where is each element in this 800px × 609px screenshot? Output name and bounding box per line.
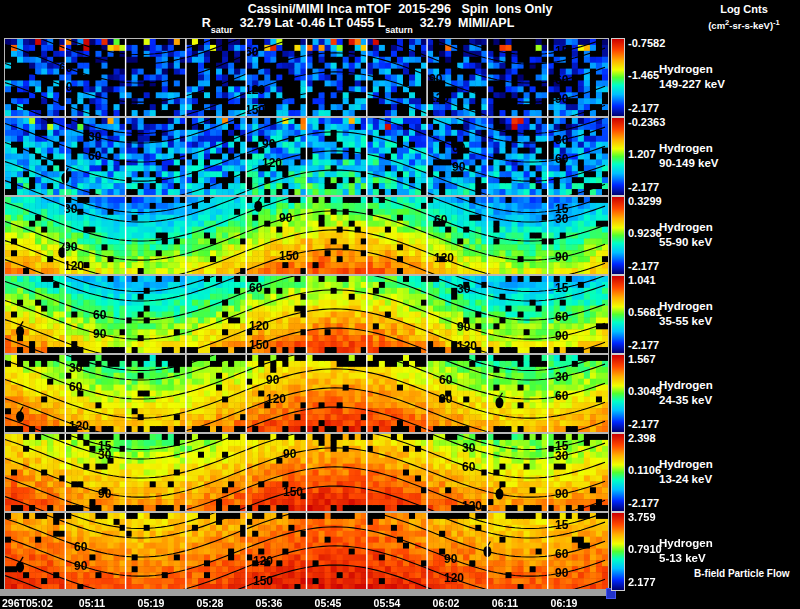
colorbar-5 (611, 354, 625, 433)
colorbar-tick-max-3: 0.3299 (628, 195, 692, 207)
time-tick-label-9: 06:19 (534, 597, 594, 609)
spectrogram-panel-4 (4, 275, 609, 354)
spectrogram-canvas-4 (5, 276, 608, 353)
energy-label: 55-90 keV (659, 235, 789, 250)
panel-label-6: Hydrogen13-24 keV (659, 457, 789, 487)
species-label: Hydrogen (659, 457, 789, 472)
colorbar-tick-min-2: -2.177 (628, 181, 692, 193)
time-tick-label-6: 05:54 (357, 597, 417, 609)
panel-label-7: Hydrogen5-13 keV (659, 536, 789, 566)
colorbar-tick-min-5: -2.177 (628, 418, 692, 430)
time-axis-bar (0, 589, 606, 596)
spectrogram-panel-5 (4, 354, 609, 433)
spectrogram-panel-3 (4, 196, 609, 275)
colorbar-tick-max-1: -0.7582 (628, 37, 692, 49)
panel-label-2: Hydrogen90-149 keV (659, 141, 789, 171)
spectrogram-canvas-2 (5, 118, 608, 195)
colorbar-tick-max-6: 2.398 (628, 432, 692, 444)
plot-subtitle: Rsatur 32.79 Lat -0.46 LT 0455 Lsaturn 3… (0, 16, 716, 35)
l-subscript: saturn (385, 25, 413, 35)
panel-label-4: Hydrogen35-55 keV (659, 299, 789, 329)
spectrogram-panel-6 (4, 433, 609, 512)
colorbar-tick-max-5: 1.567 (628, 353, 692, 365)
plot-title: Cassini/MIMI Inca mTOF 2015-296 Spin Ion… (0, 2, 800, 16)
spectrogram-panel-2 (4, 117, 609, 196)
time-tick-label-1: 05:11 (62, 597, 122, 609)
species-label: Hydrogen (659, 299, 789, 314)
colorbar-6 (611, 433, 625, 512)
colorbar-tick-max-7: 3.759 (628, 511, 692, 523)
time-tick-label-3: 05:28 (180, 597, 240, 609)
panel-label-3: Hydrogen55-90 keV (659, 220, 789, 250)
energy-label: 90-149 keV (659, 156, 789, 171)
species-label: Hydrogen (659, 220, 789, 235)
colorbar-tick-max-2: -0.2363 (628, 116, 692, 128)
species-label: Hydrogen (659, 62, 789, 77)
energy-label: 13-24 keV (659, 472, 789, 487)
colorbar-tick-max-4: 1.041 (628, 274, 692, 286)
energy-label: 5-13 keV (659, 551, 789, 566)
spectrogram-canvas-5 (5, 355, 608, 432)
r-label: R (202, 16, 211, 30)
colorbar-4 (611, 275, 625, 354)
panel-label-1: Hydrogen149-227 keV (659, 62, 789, 92)
time-tick-label-8: 06:11 (475, 597, 535, 609)
bfield-flow-label: B-field Particle Flow (694, 568, 790, 579)
energy-label: 35-55 keV (659, 314, 789, 329)
spectrogram-panel-7 (4, 512, 609, 591)
time-tick-label-7: 06:02 (416, 597, 476, 609)
subtitle-values: 32.79 Lat -0.46 LT 0455 L (233, 16, 386, 30)
spectrogram-panel-1 (4, 38, 609, 117)
time-tick-label-4: 05:36 (239, 597, 299, 609)
colorbar-tick-min-6: -2.177 (628, 497, 692, 509)
species-label: Hydrogen (659, 141, 789, 156)
spectrogram-canvas-6 (5, 434, 608, 511)
subtitle-tail: 32.79 MIMI/APL (413, 16, 514, 30)
time-tick-label-0: 296T05:02 (2, 597, 53, 609)
units-line2: (cm2-sr-s-keV)-1 (690, 16, 798, 32)
time-tick-label-5: 05:45 (298, 597, 358, 609)
time-tick-label-2: 05:19 (121, 597, 181, 609)
colorbar-tick-min-7: 2.177 (628, 576, 692, 588)
colorbar-tick-min-1: -2.177 (628, 102, 692, 114)
energy-label: 24-35 keV (659, 393, 789, 408)
colorbar-tick-min-3: -2.177 (628, 260, 692, 272)
panel-label-5: Hydrogen24-35 keV (659, 378, 789, 408)
species-label: Hydrogen (659, 378, 789, 393)
colorbar-1 (611, 38, 625, 117)
r-subscript: satur (211, 25, 233, 35)
cassini-mimi-plot: Cassini/MIMI Inca mTOF 2015-296 Spin Ion… (0, 0, 800, 609)
colorbar-2 (611, 117, 625, 196)
species-label: Hydrogen (659, 536, 789, 551)
colorbar-3 (611, 196, 625, 275)
units-line1: Log Cnts (690, 3, 798, 16)
spectrogram-canvas-7 (5, 513, 608, 590)
colorbar-units: Log Cnts (cm2-sr-s-keV)-1 (690, 3, 798, 32)
colorbar-tick-min-4: -2.177 (628, 339, 692, 351)
colorbar-7 (611, 512, 625, 591)
spectrogram-canvas-3 (5, 197, 608, 274)
energy-label: 149-227 keV (659, 77, 789, 92)
spectrogram-canvas-1 (5, 39, 608, 116)
